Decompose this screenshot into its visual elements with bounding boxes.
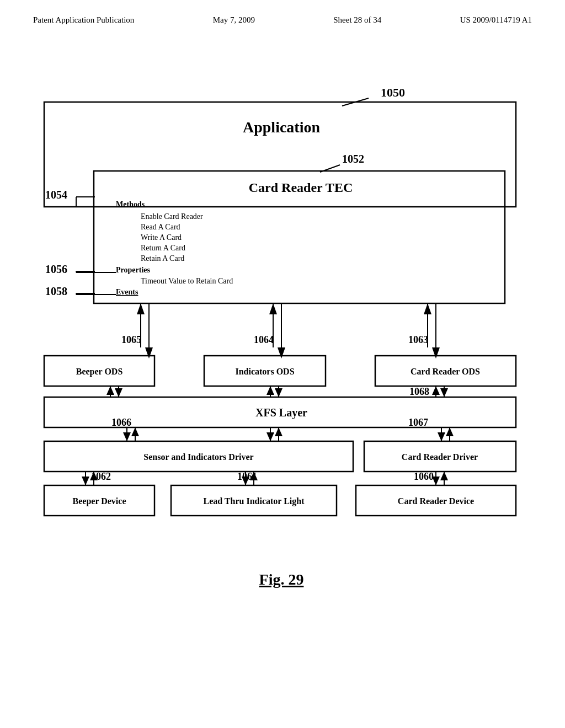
svg-marker-95 <box>432 477 440 485</box>
svg-text:Indicators ODS: Indicators ODS <box>235 367 294 376</box>
svg-rect-81 <box>364 441 516 472</box>
svg-text:Beeper ODS: Beeper ODS <box>76 367 123 377</box>
svg-text:Timeout Value to Retain Card: Timeout Value to Retain Card <box>141 277 233 285</box>
svg-rect-2 <box>44 102 516 207</box>
svg-text:1052: 1052 <box>342 153 364 165</box>
header-date: May 7, 2009 <box>213 15 255 25</box>
svg-text:Application: Application <box>243 119 320 136</box>
svg-marker-70 <box>131 427 139 436</box>
svg-marker-68 <box>123 432 131 441</box>
svg-text:1050: 1050 <box>381 85 405 99</box>
svg-rect-79 <box>44 441 353 472</box>
svg-text:Events: Events <box>116 288 138 296</box>
svg-text:1068: 1068 <box>409 386 429 397</box>
svg-marker-62 <box>432 386 440 395</box>
svg-text:Fig. 29: Fig. 29 <box>259 571 304 588</box>
svg-marker-40 <box>424 303 431 314</box>
svg-marker-74 <box>275 427 282 436</box>
svg-rect-100 <box>171 485 337 516</box>
svg-text:Return A Card: Return A Card <box>141 244 185 252</box>
svg-marker-76 <box>438 432 445 441</box>
svg-marker-58 <box>266 386 274 395</box>
svg-marker-72 <box>266 432 274 441</box>
svg-text:Methods: Methods <box>116 200 145 208</box>
svg-marker-34 <box>278 347 285 358</box>
svg-text:1062: 1062 <box>91 471 111 482</box>
svg-text:1065: 1065 <box>121 334 141 345</box>
svg-text:Card Reader Device: Card Reader Device <box>398 496 474 506</box>
svg-text:Properties: Properties <box>116 266 150 274</box>
header-patent: US 2009/0114719 A1 <box>460 15 532 25</box>
svg-rect-51 <box>44 397 516 427</box>
svg-text:Sensor and Indicators Driver: Sensor and Indicators Driver <box>143 452 253 462</box>
svg-marker-38 <box>432 347 440 358</box>
header-publication: Patent Application Publication <box>33 15 134 25</box>
svg-text:Card Reader TEC: Card Reader TEC <box>249 180 353 195</box>
svg-text:Card Reader Driver: Card Reader Driver <box>402 452 478 462</box>
svg-rect-46 <box>204 356 326 386</box>
svg-text:1060: 1060 <box>414 471 434 482</box>
svg-marker-64 <box>440 388 448 397</box>
svg-marker-56 <box>115 388 122 397</box>
svg-rect-102 <box>356 485 516 516</box>
svg-text:Retain A Card: Retain A Card <box>141 254 184 263</box>
header: Patent Application Publication May 7, 20… <box>0 0 565 25</box>
svg-text:1054: 1054 <box>45 189 67 201</box>
svg-text:1056: 1056 <box>45 263 67 275</box>
svg-text:Beeper Device: Beeper Device <box>73 496 126 506</box>
svg-text:1067: 1067 <box>408 417 428 428</box>
svg-rect-44 <box>44 356 154 386</box>
svg-line-1 <box>342 98 369 106</box>
svg-text:1061: 1061 <box>237 471 257 482</box>
svg-marker-87 <box>82 477 89 485</box>
svg-rect-98 <box>44 485 154 516</box>
svg-rect-48 <box>375 356 516 386</box>
svg-marker-78 <box>446 427 454 436</box>
svg-marker-93 <box>250 472 258 480</box>
svg-text:Lead Thru Indicator Light: Lead Thru Indicator Light <box>203 496 305 506</box>
svg-text:1066: 1066 <box>111 417 131 428</box>
svg-marker-54 <box>106 386 114 395</box>
svg-rect-6 <box>94 171 505 303</box>
svg-marker-91 <box>242 477 249 485</box>
svg-text:1063: 1063 <box>408 334 428 345</box>
svg-marker-30 <box>145 347 153 358</box>
svg-marker-32 <box>137 303 145 314</box>
svg-text:1058: 1058 <box>45 285 67 297</box>
svg-text:Write A Card: Write A Card <box>141 233 182 242</box>
svg-marker-36 <box>269 303 277 314</box>
svg-marker-89 <box>90 472 98 480</box>
svg-text:Enable Card Reader: Enable Card Reader <box>141 212 203 221</box>
svg-text:1064: 1064 <box>254 334 274 345</box>
svg-text:Read A Card: Read A Card <box>141 223 180 231</box>
svg-line-5 <box>320 165 340 172</box>
svg-text:XFS Layer: XFS Layer <box>255 406 307 419</box>
header-sheet: Sheet 28 of 34 <box>333 15 381 25</box>
svg-text:Card Reader ODS: Card Reader ODS <box>411 367 480 376</box>
svg-marker-97 <box>440 472 448 480</box>
svg-marker-60 <box>275 388 282 397</box>
